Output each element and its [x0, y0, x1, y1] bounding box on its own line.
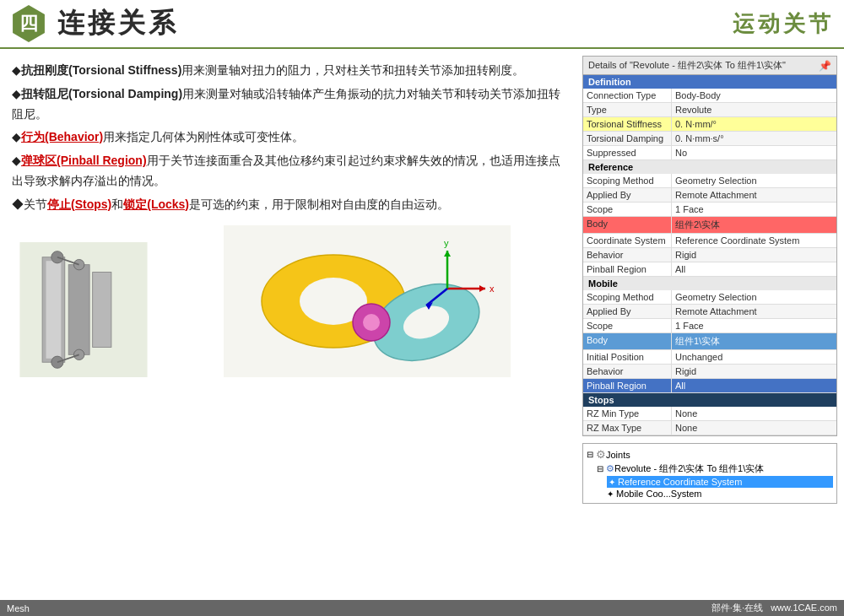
tree-ref-coord-label: Reference Coordinate System — [618, 477, 742, 487]
value-mob-applied: Remote Attachment — [672, 305, 836, 318]
footer-watermark: 部件·集·在线 www.1CAE.com — [711, 602, 837, 614]
row-mob-init: Initial Position Unchanged — [583, 350, 836, 365]
row-mob-behavior: Behavior Rigid — [583, 365, 836, 379]
value-mob-scope: 1 Face — [672, 319, 836, 332]
row-suppressed: Suppressed No — [583, 146, 836, 160]
row-mob-applied: Applied By Remote Attachment — [583, 305, 836, 319]
main-content: ◆抗扭刚度(Torsional Stiffness)用来测量轴对扭力的阻力，只对… — [0, 49, 844, 616]
term-pinball: 弹球区(Pinball Region) — [21, 154, 147, 167]
page-subtitle: 运动关节 — [733, 9, 834, 39]
row-ref-applied: Applied By Remote Attachment — [583, 188, 836, 203]
right-panel: Details of "Revolute - 组件2\实体 To 组件1\实体"… — [582, 49, 844, 616]
ref-coord-icon: ✦ — [609, 478, 615, 487]
para-5: ◆关节停止(Stops)和锁定(Locks)是可选的约束，用于限制相对自由度的自… — [12, 195, 571, 215]
label-suppressed: Suppressed — [583, 146, 672, 159]
label-ref-pinball: Pinball Region — [583, 262, 672, 276]
value-ref-body: 组件2\实体 — [672, 217, 836, 233]
tree-revolute-label: Revolute - 组件2\实体 To 组件1\实体 — [614, 462, 764, 475]
tree-ref-coord[interactable]: ✦ Reference Coordinate System — [607, 476, 833, 488]
tree-mob-coord-label: Mobile Coo...System — [616, 489, 701, 499]
details-panel: Details of "Revolute - 组件2\实体 To 组件1\实体"… — [582, 56, 837, 436]
row-type: Type Revolute — [583, 103, 836, 117]
value-rz-min: None — [672, 407, 836, 420]
value-ref-applied: Remote Attachment — [672, 188, 836, 202]
term-stops: 停止(Stops) — [47, 197, 111, 211]
pin-icon: 📌 — [819, 60, 831, 72]
tree-panel: ⊟ ⚙ Joints ⊟ ⚙ Revolute - 组件2\实体 To 组件1\… — [582, 443, 837, 504]
svg-rect-4 — [93, 272, 111, 347]
label-ref-applied: Applied By — [583, 188, 672, 202]
left-panel: ◆抗扭刚度(Torsional Stiffness)用来测量轴对扭力的阻力，只对… — [0, 49, 582, 616]
footer-bar: Mesh 部件·集·在线 www.1CAE.com — [0, 600, 844, 616]
page-header: 四 连接关系 运动关节 — [0, 0, 844, 49]
para-4: ◆弹球区(Pinball Region)用于关节连接面重合及其他位移约束引起过约… — [12, 151, 571, 192]
value-suppressed: No — [672, 146, 836, 159]
row-ref-body: Body 组件2\实体 — [583, 217, 836, 234]
label-torsional-damping: Torsional Damping — [583, 132, 672, 145]
para-3: ◆行为(Behavior)用来指定几何体为刚性体或可变性体。 — [12, 127, 571, 148]
svg-point-7 — [73, 259, 84, 269]
label-rz-min: RZ Min Type — [583, 407, 672, 420]
term-locks: 锁定(Locks) — [123, 197, 189, 211]
label-ref-scope: Scope — [583, 203, 672, 216]
label-mob-applied: Applied By — [583, 305, 672, 318]
label-ref-body: Body — [583, 217, 672, 233]
row-rz-max: RZ Max Type None — [583, 421, 836, 435]
value-mob-body: 组件1\实体 — [672, 333, 836, 349]
section-badge: 四 — [10, 5, 47, 42]
mob-coord-icon: ✦ — [607, 489, 614, 499]
3d-model-image: x y — [164, 225, 571, 377]
revolute-icon: ⚙ — [606, 463, 614, 474]
row-ref-behavior: Behavior Rigid — [583, 248, 836, 262]
label-mob-behavior: Behavior — [583, 365, 672, 378]
value-type: Revolute — [672, 103, 836, 116]
value-mob-init: Unchanged — [672, 350, 836, 364]
value-torsional-stiffness: 0. N·mm/° — [672, 117, 836, 131]
joints-icon: ⚙ — [596, 448, 606, 461]
details-title-text: Details of "Revolute - 组件2\实体 To 组件1\实体" — [588, 59, 786, 72]
row-torsional-stiffness: Torsional Stiffness 0. N·mm/° — [583, 117, 836, 132]
details-title: Details of "Revolute - 组件2\实体 To 组件1\实体"… — [583, 57, 836, 75]
para-2: ◆扭转阻尼(Torsional Damping)用来测量对轴或沿转轴体产生角振动… — [12, 84, 571, 125]
label-ref-coord: Coordinate System — [583, 234, 672, 247]
tree-expand-icon: ⊟ — [587, 450, 593, 459]
section-definition: Definition — [583, 75, 836, 89]
row-connection-type: Connection Type Body-Body — [583, 89, 836, 103]
svg-point-17 — [363, 314, 380, 331]
row-ref-pinball: Pinball Region All — [583, 262, 836, 277]
label-torsional-stiffness: Torsional Stiffness — [583, 117, 672, 131]
value-ref-scope: 1 Face — [672, 203, 836, 216]
value-mob-pinball: All — [672, 379, 836, 392]
value-ref-scoping: Geometry Selection — [672, 174, 836, 187]
label-type: Type — [583, 103, 672, 116]
tree-joints-label: Joints — [606, 450, 630, 460]
page-title: 连接关系 — [57, 5, 179, 42]
section-mobile: Mobile — [583, 277, 836, 290]
value-ref-pinball: All — [672, 262, 836, 276]
label-mob-scoping: Scoping Method — [583, 290, 672, 304]
svg-point-8 — [73, 349, 84, 359]
svg-text:y: y — [444, 238, 449, 248]
svg-point-6 — [51, 356, 63, 368]
value-rz-max: None — [672, 421, 836, 435]
row-ref-coord: Coordinate System Reference Coordinate S… — [583, 234, 836, 248]
tree-mob-coord: ✦ Mobile Coo...System — [607, 488, 833, 500]
value-connection-type: Body-Body — [672, 89, 836, 102]
value-mob-scoping: Geometry Selection — [672, 290, 836, 304]
tree-joints: ⊟ ⚙ Joints — [587, 447, 833, 462]
value-ref-coord: Reference Coordinate System — [672, 234, 836, 247]
label-mob-body: Body — [583, 333, 672, 349]
row-rz-min: RZ Min Type None — [583, 407, 836, 421]
term-torsional-stiffness: 抗扭刚度(Torsional Stiffness) — [21, 63, 181, 77]
section-stops: Stops — [583, 393, 836, 407]
value-ref-behavior: Rigid — [672, 248, 836, 262]
row-ref-scoping: Scoping Method Geometry Selection — [583, 174, 836, 188]
label-rz-max: RZ Max Type — [583, 421, 672, 435]
svg-rect-3 — [68, 264, 89, 354]
row-mob-pinball: Pinball Region All — [583, 379, 836, 393]
tree-revolute-expand: ⊟ — [597, 464, 603, 473]
label-connection-type: Connection Type — [583, 89, 672, 102]
term-behavior: 行为(Behavior) — [21, 130, 103, 143]
row-mob-scope: Scope 1 Face — [583, 319, 836, 333]
row-torsional-damping: Torsional Damping 0. N·mm·s/° — [583, 132, 836, 146]
